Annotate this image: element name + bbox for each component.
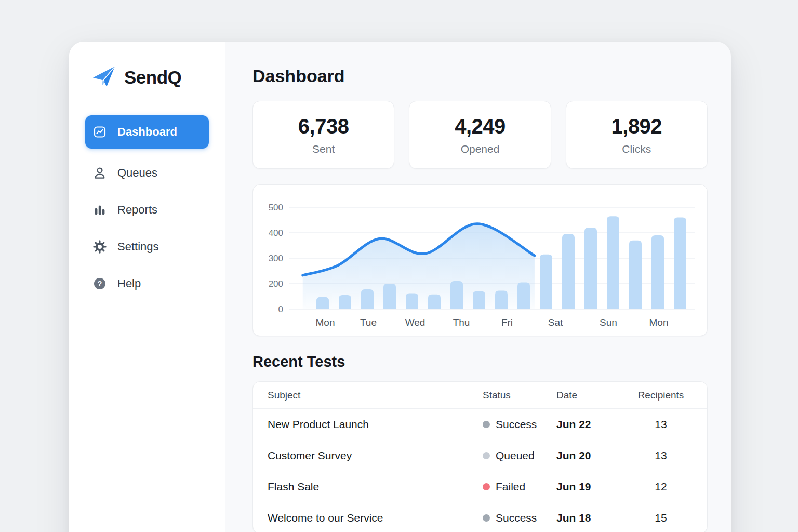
column-header-date: Date bbox=[556, 390, 626, 401]
sidebar-item-settings[interactable]: Settings bbox=[85, 234, 209, 259]
status-dot bbox=[483, 514, 490, 522]
svg-text:500: 500 bbox=[269, 203, 283, 212]
cell-status: Success bbox=[483, 512, 556, 524]
paper-plane-icon bbox=[92, 64, 116, 90]
cell-date: Jun 18 bbox=[556, 512, 626, 524]
bar bbox=[674, 218, 686, 309]
table-body: New Product LaunchSuccessJun 2213Custome… bbox=[253, 408, 707, 532]
page-title: Dashboard bbox=[252, 64, 708, 87]
bar bbox=[316, 297, 329, 309]
bar bbox=[651, 235, 664, 309]
svg-text:Wed: Wed bbox=[405, 317, 425, 328]
table-header-row: Subject Status Date Recipients bbox=[253, 382, 707, 408]
bar bbox=[517, 283, 530, 309]
sidebar-item-label: Reports bbox=[117, 203, 157, 217]
bar bbox=[540, 255, 552, 309]
svg-text:Thu: Thu bbox=[453, 317, 470, 328]
cell-date: Jun 19 bbox=[556, 481, 626, 493]
cell-recipients: 13 bbox=[626, 449, 696, 462]
sidebar-item-label: Settings bbox=[117, 240, 159, 254]
table-row: Welcome to our ServiceSuccessJun 1815 bbox=[253, 502, 707, 532]
svg-text:Tue: Tue bbox=[360, 317, 377, 328]
bar bbox=[584, 228, 597, 309]
recent-tests-table: Subject Status Date Recipients New Produ… bbox=[252, 381, 708, 532]
bar bbox=[428, 295, 441, 309]
stat-card-sent: 6,738Sent bbox=[252, 101, 394, 169]
svg-text:Fri: Fri bbox=[501, 317, 513, 328]
dashboard-icon bbox=[93, 125, 107, 139]
bar bbox=[361, 289, 374, 309]
status-label: Failed bbox=[496, 481, 525, 493]
stat-label: Sent bbox=[312, 143, 335, 155]
svg-text:400: 400 bbox=[269, 228, 283, 238]
table-row: Customer SurveyQueuedJun 2013 bbox=[253, 440, 707, 471]
bar bbox=[406, 293, 418, 309]
sidebar-item-help[interactable]: ?Help bbox=[85, 271, 209, 296]
stat-label: Opened bbox=[461, 143, 500, 155]
stat-value: 6,738 bbox=[298, 115, 349, 138]
main-content: Dashboard 6,738Sent4,249Opened1,892Click… bbox=[225, 42, 731, 532]
cell-subject: Customer Survey bbox=[253, 449, 483, 462]
recent-tests-title: Recent Tests bbox=[252, 353, 708, 370]
sidebar-nav: DashboardQueuesReportsSettings?Help bbox=[69, 115, 225, 296]
help-icon: ? bbox=[93, 277, 107, 290]
sidebar-item-label: Dashboard bbox=[117, 125, 177, 139]
chart-card: 5004003002000MonTueWedThuFriSatSunMon bbox=[252, 184, 708, 336]
column-header-status: Status bbox=[483, 390, 556, 401]
app-name: SendQ bbox=[124, 67, 181, 88]
cell-status: Success bbox=[483, 418, 556, 431]
svg-text:Mon: Mon bbox=[316, 317, 335, 328]
bar bbox=[339, 295, 351, 309]
bar bbox=[607, 216, 619, 309]
status-dot bbox=[483, 483, 490, 490]
cell-subject: Welcome to our Service bbox=[253, 512, 483, 524]
queues-icon bbox=[93, 166, 107, 180]
svg-text:Sun: Sun bbox=[600, 317, 617, 328]
svg-text:200: 200 bbox=[269, 279, 283, 289]
bar bbox=[495, 290, 508, 309]
cell-recipients: 15 bbox=[626, 512, 696, 524]
cell-recipients: 12 bbox=[626, 481, 696, 493]
svg-text:Mon: Mon bbox=[649, 317, 669, 328]
settings-icon bbox=[93, 240, 107, 254]
svg-text:0: 0 bbox=[278, 304, 283, 314]
svg-text:300: 300 bbox=[269, 254, 283, 263]
status-dot bbox=[483, 452, 490, 459]
sidebar-item-reports[interactable]: Reports bbox=[85, 197, 209, 222]
bar bbox=[629, 241, 642, 309]
cell-status: Failed bbox=[483, 481, 556, 493]
sidebar-item-label: Queues bbox=[117, 166, 157, 180]
sidebar-item-label: Help bbox=[117, 277, 141, 290]
bar bbox=[383, 284, 396, 309]
stats-row: 6,738Sent4,249Opened1,892Clicks bbox=[252, 101, 708, 169]
weekly-activity-chart: 5004003002000MonTueWedThuFriSatSunMon bbox=[253, 185, 707, 336]
sidebar-item-queues[interactable]: Queues bbox=[85, 161, 209, 185]
cell-status: Queued bbox=[483, 449, 556, 462]
svg-text:?: ? bbox=[98, 280, 102, 288]
cell-subject: Flash Sale bbox=[253, 481, 483, 493]
table-row: New Product LaunchSuccessJun 2213 bbox=[253, 408, 707, 440]
bar bbox=[450, 281, 463, 309]
reports-icon bbox=[93, 203, 107, 217]
stat-card-clicks: 1,892Clicks bbox=[566, 101, 708, 169]
bar bbox=[562, 234, 575, 309]
svg-text:Sat: Sat bbox=[548, 317, 563, 328]
sidebar-item-dashboard[interactable]: Dashboard bbox=[85, 115, 209, 149]
column-header-recipients: Recipients bbox=[626, 390, 696, 401]
sidebar: SendQ DashboardQueuesReportsSettings?Hel… bbox=[69, 42, 225, 532]
stat-value: 1,892 bbox=[611, 115, 662, 138]
column-header-subject: Subject bbox=[253, 390, 483, 401]
cell-date: Jun 22 bbox=[556, 418, 626, 431]
status-dot bbox=[483, 421, 490, 428]
bar bbox=[473, 291, 485, 309]
status-label: Queued bbox=[496, 449, 535, 462]
cell-date: Jun 20 bbox=[556, 449, 626, 462]
cell-recipients: 13 bbox=[626, 418, 696, 431]
status-label: Success bbox=[496, 418, 537, 431]
table-row: Flash SaleFailedJun 1912 bbox=[253, 471, 707, 502]
stat-label: Clicks bbox=[622, 143, 651, 155]
status-label: Success bbox=[496, 512, 537, 524]
app-window: SendQ DashboardQueuesReportsSettings?Hel… bbox=[69, 42, 731, 532]
stat-value: 4,249 bbox=[455, 115, 506, 138]
cell-subject: New Product Launch bbox=[253, 418, 483, 431]
